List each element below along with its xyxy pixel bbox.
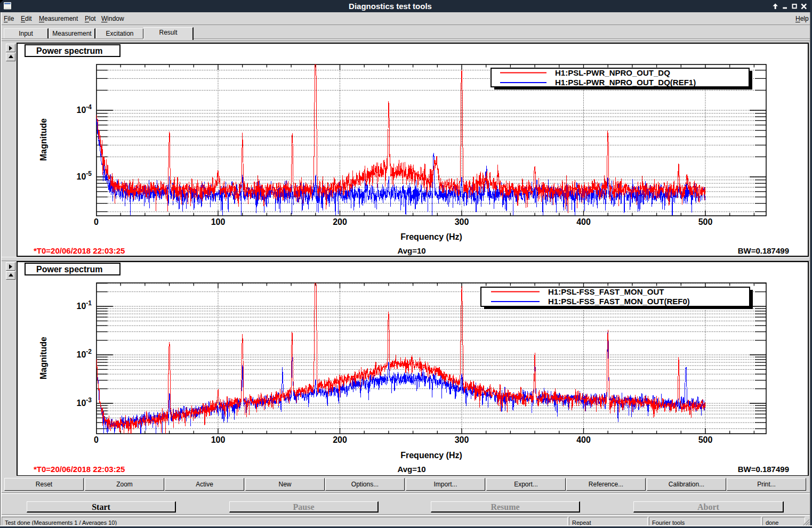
svg-text:100: 100 bbox=[211, 217, 226, 226]
svg-text:Magnitude: Magnitude bbox=[39, 337, 48, 379]
svg-text:10-5: 10-5 bbox=[77, 170, 92, 181]
svg-text:200: 200 bbox=[333, 217, 347, 226]
svg-text:300: 300 bbox=[455, 217, 469, 226]
svg-text:Power spectrum: Power spectrum bbox=[36, 46, 102, 55]
svg-text:Power spectrum: Power spectrum bbox=[36, 265, 102, 274]
svg-text:Avg=10: Avg=10 bbox=[397, 246, 425, 255]
svg-text:Magnitude: Magnitude bbox=[39, 118, 48, 161]
svg-text:10-3: 10-3 bbox=[77, 396, 92, 408]
svg-text:200: 200 bbox=[333, 435, 347, 444]
svg-text:10-2: 10-2 bbox=[77, 348, 92, 359]
svg-text:0: 0 bbox=[94, 217, 99, 226]
svg-text:400: 400 bbox=[576, 217, 591, 226]
svg-text:H1:PSL-FSS_FAST_MON_OUT(REF0): H1:PSL-FSS_FAST_MON_OUT(REF0) bbox=[548, 297, 690, 306]
svg-text:300: 300 bbox=[455, 435, 469, 444]
svg-text:*T0=20/06/2018 22:03:25: *T0=20/06/2018 22:03:25 bbox=[34, 465, 125, 474]
svg-text:BW=0.187499: BW=0.187499 bbox=[738, 465, 789, 474]
svg-text:Frequency (Hz): Frequency (Hz) bbox=[400, 451, 462, 460]
svg-text:500: 500 bbox=[698, 435, 713, 444]
svg-text:Frequency (Hz): Frequency (Hz) bbox=[400, 232, 462, 241]
svg-text:0: 0 bbox=[94, 435, 99, 444]
svg-text:10-4: 10-4 bbox=[77, 103, 92, 115]
svg-text:500: 500 bbox=[698, 217, 713, 226]
svg-text:H1:PSL-FSS_FAST_MON_OUT: H1:PSL-FSS_FAST_MON_OUT bbox=[548, 287, 664, 296]
svg-text:*T0=20/06/2018 22:03:25: *T0=20/06/2018 22:03:25 bbox=[34, 246, 125, 255]
svg-text:H1:PSL-PWR_NPRO_OUT_DQ(REF1): H1:PSL-PWR_NPRO_OUT_DQ(REF1) bbox=[555, 78, 696, 87]
svg-text:400: 400 bbox=[576, 435, 591, 444]
svg-text:H1:PSL-PWR_NPRO_OUT_DQ: H1:PSL-PWR_NPRO_OUT_DQ bbox=[555, 68, 670, 77]
svg-text:100: 100 bbox=[211, 435, 226, 444]
svg-text:Avg=10: Avg=10 bbox=[397, 465, 425, 474]
svg-text:BW=0.187499: BW=0.187499 bbox=[738, 246, 789, 255]
svg-text:10-1: 10-1 bbox=[77, 299, 92, 311]
